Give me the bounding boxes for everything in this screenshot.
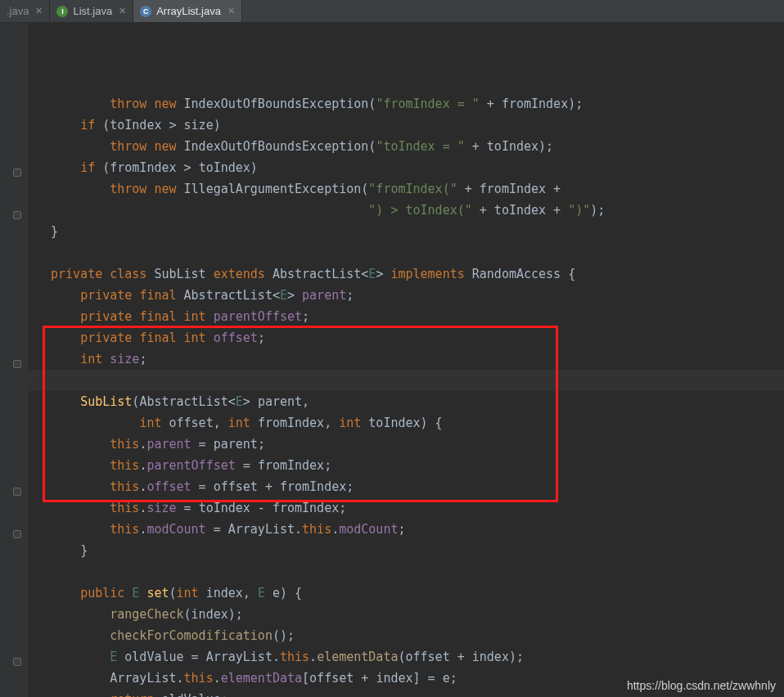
string-literal: ") > toIndex(" [368, 203, 471, 218]
fold-icon[interactable] [13, 488, 21, 496]
method-name: set [146, 586, 169, 600]
editor-tabs: .java ✕ I List.java ✕ C ArrayList.java ✕ [0, 0, 784, 23]
param: parent [258, 394, 302, 409]
variable: index [472, 650, 509, 664]
keyword-private: private [80, 309, 132, 324]
type: ArrayList [228, 522, 295, 537]
variable: oldValue [161, 692, 220, 697]
keyword-int: int [228, 416, 250, 430]
variable: fromIndex [110, 160, 176, 175]
keyword-public: public [80, 586, 124, 600]
variable: offset [309, 671, 354, 686]
keyword-int: int [339, 416, 361, 430]
type: RandomAccess [472, 267, 561, 281]
keyword-new: new [154, 97, 176, 111]
code-editor[interactable]: 💡 throw new IndexOutOfBoundsException("f… [0, 23, 784, 697]
generic-type: E [368, 267, 376, 281]
fold-icon[interactable] [13, 658, 21, 666]
keyword-final: final [139, 309, 176, 324]
type: AbstractList [273, 267, 361, 281]
keyword-this: this [110, 458, 139, 473]
variable: fromIndex [273, 501, 339, 515]
keyword-this: this [280, 650, 309, 664]
variable: index [376, 671, 412, 686]
close-icon[interactable]: ✕ [35, 6, 43, 16]
fold-icon[interactable] [13, 360, 21, 368]
fold-icon[interactable] [13, 211, 21, 219]
keyword-private: private [80, 288, 132, 303]
variable: oldValue [124, 650, 183, 664]
brace: } [80, 543, 88, 558]
variable: fromIndex [280, 479, 346, 494]
string-literal: "fromIndex = " [376, 97, 479, 111]
field-ref: modCount [339, 522, 398, 537]
tab-arraylist-java[interactable]: C ArrayList.java ✕ [133, 0, 242, 22]
variable: fromIndex [480, 182, 546, 196]
type: ArrayList [110, 671, 176, 686]
keyword-int: int [80, 352, 102, 366]
field-name: offset [214, 331, 258, 345]
variable: toIndex [487, 139, 538, 154]
type: IndexOutOfBoundsException [184, 139, 369, 154]
keyword-int: int [139, 416, 161, 430]
param: index [206, 586, 243, 600]
field-ref: size [146, 501, 176, 515]
field-ref: parent [146, 437, 191, 452]
tab-label: .java [7, 5, 29, 17]
field-name: parentOffset [214, 309, 302, 324]
keyword-class: class [110, 267, 146, 281]
generic-type: E [110, 650, 117, 664]
field-ref: parentOffset [146, 458, 235, 473]
tab-label: List.java [73, 5, 112, 17]
brace: } [51, 224, 58, 239]
constructor-name: SubList [80, 394, 132, 409]
interface-icon: I [56, 6, 68, 17]
variable: offset [406, 650, 450, 664]
class-icon: C [140, 6, 151, 17]
type: ArrayList [206, 650, 273, 664]
method-call: elementData [317, 650, 398, 664]
variable: index [191, 607, 228, 622]
fold-icon[interactable] [13, 530, 21, 538]
variable: toIndex [199, 501, 250, 515]
keyword-new: new [154, 182, 176, 196]
keyword-this: this [110, 522, 139, 537]
keyword-this: this [302, 522, 331, 537]
keyword-extends: extends [214, 267, 265, 281]
method-call: checkForComodification [110, 628, 273, 643]
string-literal: ")" [568, 203, 590, 218]
method-call: rangeCheck [110, 607, 183, 622]
tab-list-java[interactable]: I List.java ✕ [50, 0, 133, 22]
class-name: SubList [154, 267, 205, 281]
generic-type: E [132, 586, 139, 600]
field-ref: offset [146, 479, 191, 494]
code-area[interactable]: throw new IndexOutOfBoundsException("fro… [28, 23, 784, 697]
type: AbstractList [139, 394, 228, 409]
type: IndexOutOfBoundsException [184, 97, 369, 111]
keyword-this: this [184, 671, 214, 686]
keyword-if: if [80, 160, 95, 175]
tab-java-partial[interactable]: .java ✕ [0, 0, 50, 22]
keyword-throw: throw [110, 139, 146, 154]
variable: size [184, 118, 214, 133]
keyword-private: private [80, 331, 132, 345]
keyword-this: this [110, 479, 139, 494]
close-icon[interactable]: ✕ [119, 6, 126, 16]
type: IllegalArgumentException [184, 182, 362, 196]
variable: parent [214, 437, 258, 452]
fold-icon[interactable] [13, 169, 21, 177]
generic-type: E [258, 586, 265, 600]
keyword-this: this [110, 437, 139, 452]
variable: toIndex [494, 203, 546, 218]
variable: offset [214, 479, 258, 494]
keyword-throw: throw [110, 97, 146, 111]
field-name: size [110, 352, 139, 366]
keyword-private: private [51, 267, 102, 281]
keyword-new: new [154, 139, 176, 154]
variable: toIndex [199, 160, 250, 175]
keyword-int: int [184, 309, 206, 324]
variable: fromIndex [502, 97, 568, 111]
close-icon[interactable]: ✕ [228, 6, 235, 16]
tab-label: ArrayList.java [156, 5, 221, 17]
keyword-implements: implements [390, 267, 464, 281]
